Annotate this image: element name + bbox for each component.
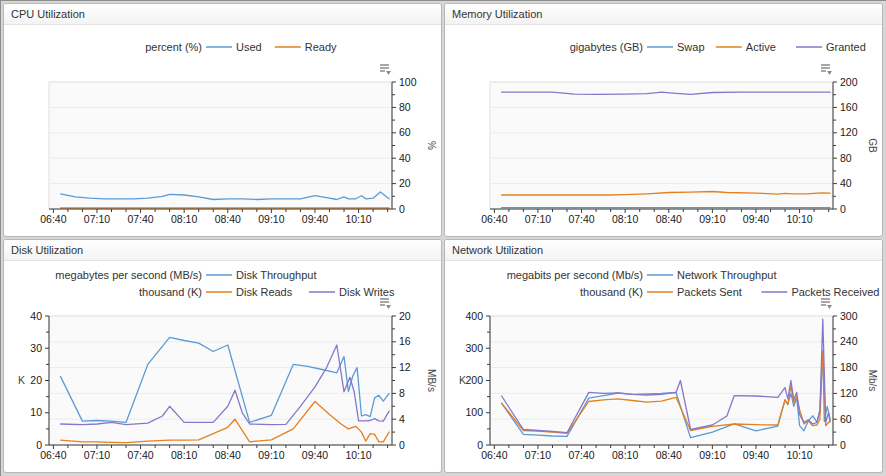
legend-entry-label: Disk Throughput <box>236 269 317 281</box>
x-tick-label: 06:40 <box>40 213 66 225</box>
y-tick-label: 0 <box>840 203 846 215</box>
x-tick-label: 08:10 <box>171 449 197 461</box>
legend-entry-label: Network Throughput <box>677 269 776 281</box>
y-axis-unit-label: % <box>426 141 437 150</box>
monitoring-dashboard: CPU Utilization percent (%)UsedReady06:4… <box>0 0 886 476</box>
x-tick-label: 08:40 <box>656 449 682 461</box>
right-axis: 04080120160200GB <box>833 76 878 215</box>
y-tick-label: 20 <box>399 177 411 189</box>
y-tick-label: 16 <box>399 335 411 347</box>
legend-unit-label: percent (%) <box>145 41 202 53</box>
y-tick-label: 400 <box>465 310 483 322</box>
chart-legend: percent (%)UsedReady <box>145 41 337 53</box>
legend-entry-label: Packets Sent <box>677 286 742 298</box>
panel-memory-utilization: Memory Utilization gigabytes (GB)SwapAct… <box>444 3 883 237</box>
x-axis: 06:4007:1007:4008:1008:4009:1009:4010:10 <box>481 209 833 225</box>
panel-network-utilization: Network Utilization megabits per second … <box>444 239 883 473</box>
y-tick-label: 100 <box>465 406 483 418</box>
y-axis-unit-label: K <box>18 374 25 386</box>
plot-area <box>49 316 392 445</box>
x-tick-label: 06:40 <box>481 449 507 461</box>
cpu-utilization-chart: percent (%)UsedReady06:4007:1007:4008:10… <box>4 25 441 237</box>
x-tick-label: 08:40 <box>656 213 682 225</box>
legend-entry-label: Granted <box>826 41 866 53</box>
x-tick-label: 09:10 <box>258 449 284 461</box>
y-axis-unit-label: GB <box>867 138 878 153</box>
x-tick-label: 07:10 <box>84 449 110 461</box>
legend-entry-label: Ready <box>305 41 337 53</box>
x-tick-label: 07:10 <box>84 213 110 225</box>
x-tick-label: 09:40 <box>302 213 328 225</box>
x-tick-label: 10:10 <box>786 449 812 461</box>
y-tick-label: 80 <box>840 152 852 164</box>
y-tick-label: 20 <box>30 374 42 386</box>
legend-unit-label: megabits per second (Mb/s) <box>507 269 643 281</box>
y-tick-label: 12 <box>399 361 411 373</box>
chart-menu-icon[interactable] <box>821 299 832 309</box>
y-tick-label: 0 <box>399 439 405 451</box>
legend-unit-label: megabytes per second (MB/s) <box>55 269 202 281</box>
left-axis: 010203040K <box>18 310 49 451</box>
memory-utilization-chart: gigabytes (GB)SwapActiveGranted06:4007:1… <box>445 25 882 237</box>
y-tick-label: 120 <box>840 126 858 138</box>
y-tick-label: 160 <box>840 101 858 113</box>
y-tick-label: 10 <box>30 406 42 418</box>
y-tick-label: 8 <box>399 387 405 399</box>
y-tick-label: 120 <box>840 387 858 399</box>
x-tick-label: 06:40 <box>481 213 507 225</box>
y-tick-label: 0 <box>36 439 42 451</box>
panel-title-memory: Memory Utilization <box>445 4 882 25</box>
x-tick-label: 06:40 <box>40 449 66 461</box>
legend-entry-label: Packets Received <box>791 286 879 298</box>
chart-menu-icon[interactable] <box>821 65 832 75</box>
legend-entry-label: Active <box>746 41 776 53</box>
plot-area <box>49 82 392 209</box>
y-tick-label: 40 <box>30 310 42 322</box>
y-tick-label: 200 <box>465 374 483 386</box>
x-tick-label: 08:10 <box>612 213 638 225</box>
y-tick-label: 0 <box>477 439 483 451</box>
x-tick-label: 07:40 <box>568 449 594 461</box>
legend-unit-label: thousand (K) <box>580 286 643 298</box>
y-axis-unit-label: Mb/s <box>867 370 878 392</box>
left-axis: 0100200300400K <box>459 310 490 451</box>
legend-entry-label: Disk Reads <box>236 286 293 298</box>
x-tick-label: 07:10 <box>525 213 551 225</box>
x-axis: 06:4007:1007:4008:1008:4009:1009:4010:10 <box>481 445 833 461</box>
network-utilization-chart: megabits per second (Mb/s)Network Throug… <box>445 261 882 473</box>
x-tick-label: 10:10 <box>345 213 371 225</box>
y-tick-label: 40 <box>399 152 411 164</box>
x-tick-label: 07:10 <box>525 449 551 461</box>
panel-title-disk: Disk Utilization <box>4 240 441 261</box>
panel-disk-utilization: Disk Utilization megabytes per second (M… <box>3 239 442 473</box>
y-tick-label: 60 <box>399 126 411 138</box>
x-axis: 06:4007:1007:4008:1008:4009:1009:4010:10 <box>40 445 392 461</box>
x-tick-label: 09:10 <box>258 213 284 225</box>
x-tick-label: 09:40 <box>302 449 328 461</box>
y-tick-label: 100 <box>399 76 417 88</box>
x-tick-label: 08:40 <box>215 449 241 461</box>
legend-unit-label: gigabytes (GB) <box>570 41 643 53</box>
y-tick-label: 200 <box>840 76 858 88</box>
y-tick-label: 60 <box>840 413 852 425</box>
y-tick-label: 300 <box>840 310 858 322</box>
panel-cpu-utilization: CPU Utilization percent (%)UsedReady06:4… <box>3 3 442 237</box>
right-axis: 060120180240300Mb/s <box>833 310 878 451</box>
legend-unit-label: thousand (K) <box>139 286 202 298</box>
y-axis-unit-label: MB/s <box>426 369 437 392</box>
chart-legend: megabytes per second (MB/s)Disk Throughp… <box>55 269 395 298</box>
plot-area <box>490 82 833 209</box>
x-tick-label: 09:10 <box>699 213 725 225</box>
chart-menu-icon[interactable] <box>380 65 391 75</box>
x-tick-label: 08:10 <box>612 449 638 461</box>
x-tick-label: 08:40 <box>215 213 241 225</box>
disk-utilization-chart: megabytes per second (MB/s)Disk Throughp… <box>4 261 441 473</box>
x-tick-label: 10:10 <box>786 213 812 225</box>
chart-legend: megabits per second (Mb/s)Network Throug… <box>507 269 880 298</box>
legend-entry-label: Swap <box>677 41 705 53</box>
x-tick-label: 09:10 <box>699 449 725 461</box>
y-tick-label: 4 <box>399 413 405 425</box>
y-tick-label: 300 <box>465 342 483 354</box>
chart-menu-icon[interactable] <box>380 299 391 309</box>
x-tick-label: 07:40 <box>568 213 594 225</box>
